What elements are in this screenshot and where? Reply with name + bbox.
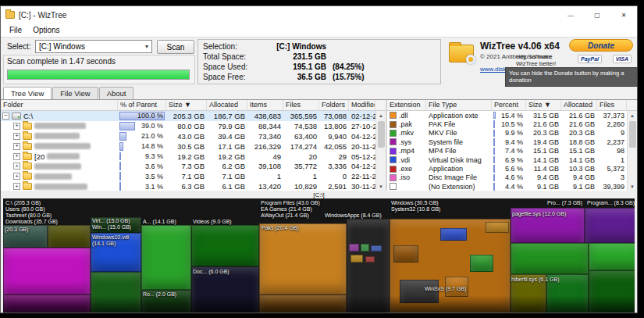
extension-name: .dll bbox=[399, 112, 408, 120]
extension-row[interactable]: .vdiVirtual Disk Imag6.9 %14.1 GB14.1 GB… bbox=[387, 155, 627, 164]
size-cell: 14.1 GB bbox=[526, 155, 561, 164]
treemap-block[interactable] bbox=[511, 243, 589, 274]
treemap-block[interactable] bbox=[440, 228, 467, 241]
tree-row[interactable]: +[209.3 %19.2 GB19.2 GB49202905-12-202 bbox=[1, 152, 375, 162]
scroll-thumb[interactable] bbox=[629, 121, 636, 148]
treemap-block[interactable] bbox=[259, 223, 347, 295]
column-header-size[interactable]: Size ▼ bbox=[526, 100, 561, 110]
treemap-block[interactable] bbox=[365, 256, 375, 263]
menu-options[interactable]: Options bbox=[27, 24, 65, 36]
column-header-folders[interactable]: Folders bbox=[319, 100, 349, 110]
treemap-block[interactable] bbox=[91, 272, 141, 313]
scroll-up-icon[interactable]: ▲ bbox=[628, 111, 637, 120]
scan-button[interactable]: Scan bbox=[157, 40, 194, 54]
tab-about[interactable]: About bbox=[99, 87, 134, 99]
percent-bar bbox=[119, 162, 121, 170]
extension-row[interactable]: (No Extension)4.4 %9.1 GB9.1 GB39,399 bbox=[387, 182, 627, 191]
treemap-block[interactable] bbox=[191, 225, 259, 266]
expander-icon[interactable]: + bbox=[13, 123, 20, 130]
tab-tree-view[interactable]: Tree View bbox=[3, 87, 52, 99]
expander-icon[interactable]: + bbox=[13, 163, 20, 170]
percent-cell: 4.4 % bbox=[492, 182, 526, 191]
expander-icon[interactable]: + bbox=[13, 133, 20, 140]
donate-button[interactable]: Donate bbox=[569, 39, 633, 52]
scroll-down-icon[interactable]: ▼ bbox=[376, 182, 386, 191]
extension-cell: .exe bbox=[387, 164, 426, 173]
extension-row[interactable]: .sysSystem file9.4 %19.4 GB18.8 GB2,237 bbox=[387, 138, 627, 146]
column-header-allocated[interactable]: Allocated bbox=[207, 100, 247, 110]
expander-icon[interactable]: + bbox=[13, 153, 20, 160]
drive-select[interactable]: [C:] Windows ▾ bbox=[35, 40, 152, 53]
column-header-folder[interactable]: Folder bbox=[1, 100, 118, 110]
column-header-files[interactable]: Files bbox=[283, 100, 319, 110]
expander-icon[interactable]: + bbox=[13, 173, 20, 180]
column-header-allocated[interactable]: Allocated bbox=[561, 100, 597, 110]
tab-file-view[interactable]: File View bbox=[52, 87, 98, 99]
file-type-cell: Disc Image File bbox=[426, 173, 492, 182]
expander-icon[interactable]: − bbox=[2, 113, 9, 120]
treemap-label: Downloads (35.7 GB) bbox=[5, 219, 58, 225]
extension-row[interactable]: .exeApplication5.6 %11.4 GB10.3 GB5,372 bbox=[387, 164, 627, 173]
menu-file[interactable]: File bbox=[4, 24, 27, 36]
column-header-size[interactable]: Size ▼ bbox=[166, 100, 207, 110]
treemap-block[interactable] bbox=[3, 295, 91, 313]
treemap-block[interactable] bbox=[486, 222, 509, 233]
treemap-block[interactable] bbox=[470, 255, 493, 272]
allocated-cell: 39.4 GB bbox=[207, 131, 247, 141]
title-bar[interactable]: [C:] - WizTree — ▢ ✕ bbox=[1, 6, 637, 23]
summary-panel: Selection: [C:] Windows Total Space: 231… bbox=[197, 39, 441, 84]
tree-row[interactable]: +3.5 %7.1 GB7.1 GB11022-11-202 bbox=[1, 171, 375, 181]
percent-bar bbox=[493, 138, 495, 145]
column-header-items[interactable]: Items bbox=[247, 100, 283, 110]
close-button[interactable]: ✕ bbox=[610, 6, 637, 23]
column-header-file-type[interactable]: File Type bbox=[426, 100, 492, 110]
scroll-thumb[interactable] bbox=[378, 121, 385, 148]
selection-value: [C:] Windows bbox=[254, 42, 326, 51]
extension-row[interactable]: .dllApplication exte15.4 %31.5 GB21.6 GB… bbox=[387, 111, 627, 120]
expander-icon[interactable]: + bbox=[13, 143, 20, 150]
treemap-block[interactable] bbox=[141, 225, 191, 290]
size-cell: 9.4 GB bbox=[526, 173, 561, 182]
treemap-block[interactable] bbox=[48, 225, 91, 248]
treemap-block[interactable] bbox=[589, 243, 635, 270]
scroll-up-icon[interactable]: ▲ bbox=[376, 111, 386, 120]
redacted-name bbox=[34, 163, 81, 170]
treemap-block[interactable] bbox=[349, 244, 359, 252]
tree-row[interactable]: +39.0 %80.0 GB79.9 GB88,34474,53813,8062… bbox=[1, 121, 375, 131]
treemap-block[interactable] bbox=[3, 248, 91, 295]
treemap-block[interactable] bbox=[585, 208, 635, 243]
treemap-block[interactable] bbox=[259, 295, 347, 313]
treemap[interactable]: C:\ (205.3 GB)Users (80.0 GB)Tashreef (8… bbox=[3, 198, 635, 313]
maximize-button[interactable]: ▢ bbox=[584, 6, 610, 23]
treemap-label: WinSxS (9.7 GB) bbox=[425, 286, 466, 292]
column-header-percent[interactable]: Percent bbox=[492, 100, 526, 110]
tree-scrollbar[interactable]: ▲ ▼ bbox=[375, 111, 386, 191]
extension-row[interactable]: .isoDisc Image File4.6 %9.4 GB9.4 GB3 bbox=[387, 173, 627, 182]
tree-row[interactable]: +14.8 %30.5 GB17.1 GB216,329174,27442,05… bbox=[1, 141, 375, 152]
minimize-button[interactable]: — bbox=[557, 6, 584, 23]
expander-icon[interactable]: + bbox=[13, 183, 20, 190]
treemap-block[interactable] bbox=[371, 245, 382, 252]
column-header-modified[interactable]: Modified bbox=[349, 100, 375, 110]
scroll-down-icon[interactable]: ▼ bbox=[628, 182, 637, 191]
tree-row[interactable]: +3.6 %7.3 GB6.2 GB39,10835,7723,33604-12… bbox=[1, 161, 375, 171]
column-header-extension[interactable]: Extension bbox=[387, 100, 426, 110]
tree-row[interactable]: +21.0 %43.0 GB39.4 GB73,34063,4009,94004… bbox=[1, 131, 375, 141]
treemap-block[interactable] bbox=[393, 245, 418, 263]
column-header--of-parent[interactable]: % of Parent bbox=[118, 100, 166, 110]
treemap-label: Program... (8.3 GB) bbox=[587, 200, 635, 206]
treemap-block[interactable] bbox=[350, 255, 363, 263]
tree-row[interactable]: +3.1 %6.3 GB6.1 GB13,42010,8292,59130-11… bbox=[1, 181, 375, 191]
treemap-block[interactable] bbox=[361, 244, 369, 252]
tree-row[interactable]: −C:\100.0 %205.3 GB186.7 GB438,683365,59… bbox=[1, 111, 375, 121]
treemap-block[interactable] bbox=[347, 219, 390, 313]
extension-row[interactable]: .mkvMKV File9.9 %20.3 GB20.3 GB9 bbox=[387, 129, 627, 138]
extension-scrollbar[interactable]: ▲ ▼ bbox=[627, 111, 637, 191]
folder-name: [20 bbox=[34, 152, 44, 161]
percent-of-parent-cell: 3.5 % bbox=[118, 171, 166, 181]
percent-bar bbox=[119, 132, 126, 141]
column-header-files[interactable]: Files bbox=[597, 100, 627, 110]
extension-row[interactable]: .mp4MP4 File7.4 %15.1 GB15.1 GB98 bbox=[387, 147, 627, 155]
treemap-block[interactable] bbox=[589, 270, 635, 313]
extension-row[interactable]: .pakPAK File10.5 %21.6 GB21.6 GB2,260 bbox=[387, 120, 627, 128]
